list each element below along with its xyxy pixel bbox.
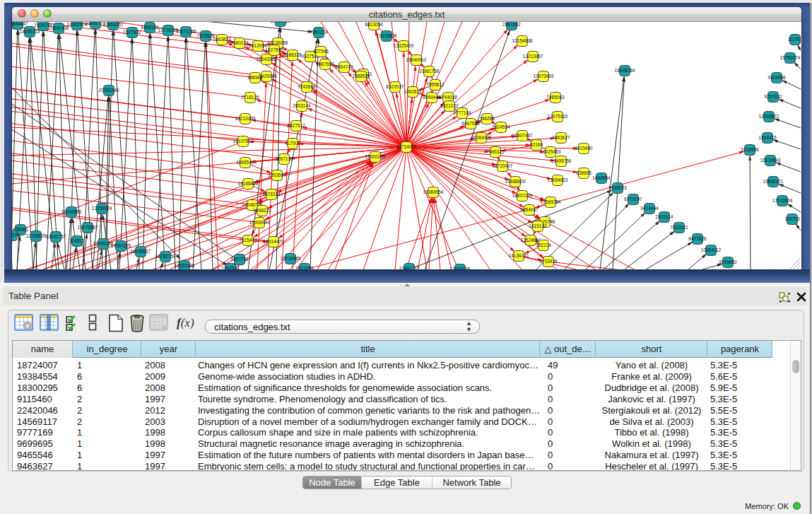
svg-text:7515526: 7515526 (196, 33, 215, 38)
svg-text:9660124: 9660124 (230, 40, 249, 45)
svg-text:8912954: 8912954 (249, 43, 267, 48)
svg-text:1588520: 1588520 (352, 74, 370, 78)
svg-text:5938923: 5938923 (608, 185, 627, 190)
svg-text:1498222: 1498222 (253, 208, 271, 213)
svg-text:7625402: 7625402 (239, 238, 257, 243)
svg-text:20364436: 20364436 (471, 135, 492, 140)
svg-text:746266: 746266 (479, 116, 495, 121)
svg-text:10807487: 10807487 (512, 133, 533, 138)
svg-text:1615132: 1615132 (529, 223, 547, 228)
svg-text:13654923: 13654923 (548, 177, 568, 182)
svg-text:2967608: 2967608 (316, 62, 334, 66)
svg-text:10688609: 10688609 (505, 179, 526, 184)
svg-text:10961758: 10961758 (419, 69, 440, 74)
svg-text:19166825: 19166825 (238, 181, 259, 186)
svg-text:16195817: 16195817 (131, 249, 151, 254)
svg-text:7663822: 7663822 (213, 37, 231, 42)
svg-text:9457791: 9457791 (230, 257, 249, 262)
svg-text:19302574: 19302574 (67, 22, 88, 27)
svg-text:1353594: 1353594 (268, 173, 286, 177)
svg-text:2718126: 2718126 (241, 95, 259, 100)
svg-text:1527602: 1527602 (123, 30, 141, 35)
svg-text:8878314: 8878314 (262, 192, 281, 197)
svg-text:8454749: 8454749 (335, 64, 353, 69)
svg-text:18724007: 18724007 (396, 144, 417, 149)
svg-text:9227342: 9227342 (764, 94, 782, 99)
svg-text:6466160: 6466160 (141, 25, 159, 30)
svg-text:15909944: 15909944 (249, 220, 270, 225)
svg-text:7357224: 7357224 (310, 30, 328, 35)
svg-text:17569284: 17569284 (541, 199, 561, 204)
svg-text:1627505: 1627505 (265, 47, 283, 52)
svg-text:3624554: 3624554 (492, 124, 510, 129)
svg-text:13975887: 13975887 (78, 225, 98, 230)
svg-text:988961: 988961 (247, 75, 263, 80)
svg-text:12213967: 12213967 (523, 54, 543, 59)
svg-text:9084067: 9084067 (520, 207, 539, 212)
svg-text:13495756: 13495756 (551, 158, 572, 163)
svg-text:111702: 111702 (788, 37, 801, 42)
svg-text:19218506: 19218506 (377, 33, 397, 38)
svg-text:9115460: 9115460 (575, 146, 593, 151)
svg-text:114513: 114513 (69, 238, 85, 243)
svg-text:16914479: 16914479 (264, 239, 284, 244)
svg-text:14136141: 14136141 (509, 253, 529, 258)
svg-text:9463627: 9463627 (552, 135, 570, 140)
svg-text:10671355: 10671355 (176, 29, 196, 34)
svg-text:62160: 62160 (530, 142, 543, 147)
svg-text:1640954: 1640954 (592, 175, 611, 180)
svg-text:116753: 116753 (784, 216, 800, 221)
svg-text:9777169: 9777169 (453, 110, 471, 115)
svg-text:14055715: 14055715 (20, 29, 40, 34)
svg-text:8427512: 8427512 (287, 123, 305, 128)
svg-text:15751074: 15751074 (780, 55, 801, 60)
svg-text:12093872: 12093872 (759, 114, 779, 119)
svg-text:16033809: 16033809 (271, 22, 291, 23)
svg-text:12156829: 12156829 (26, 233, 47, 238)
svg-text:252214: 252214 (536, 243, 551, 247)
svg-text:2887682: 2887682 (502, 22, 521, 27)
svg-text:1966549: 1966549 (236, 160, 254, 165)
svg-text:1244415: 1244415 (758, 135, 777, 140)
svg-text:17957225: 17957225 (111, 243, 131, 248)
svg-text:20984447: 20984447 (12, 22, 28, 26)
svg-text:639695: 639695 (576, 170, 592, 175)
svg-text:15716485: 15716485 (281, 256, 301, 261)
svg-text:12923446: 12923446 (175, 263, 195, 268)
svg-text:10973493: 10973493 (534, 74, 554, 78)
svg-text:12359924: 12359924 (92, 206, 112, 211)
svg-text:6497568: 6497568 (461, 121, 480, 126)
svg-text:13325419: 13325419 (394, 43, 414, 48)
svg-text:17016504: 17016504 (772, 198, 793, 203)
svg-text:9242848: 9242848 (298, 84, 316, 89)
svg-text:19384554: 19384554 (423, 189, 444, 194)
svg-text:18807249: 18807249 (512, 193, 533, 198)
svg-text:1362615: 1362615 (404, 89, 422, 94)
svg-text:16448784: 16448784 (615, 68, 635, 73)
svg-text:8322037: 8322037 (386, 84, 404, 89)
svg-text:6379197: 6379197 (624, 197, 642, 201)
svg-text:16640910: 16640910 (406, 57, 427, 62)
svg-text:417006: 417006 (285, 141, 300, 146)
svg-text:10853267: 10853267 (103, 22, 124, 27)
svg-text:927546: 927546 (313, 49, 329, 54)
svg-text:10654112: 10654112 (701, 247, 722, 252)
svg-text:9329966: 9329966 (767, 75, 786, 80)
svg-text:16210643: 16210643 (760, 158, 781, 163)
svg-text:20691406: 20691406 (49, 25, 69, 30)
svg-text:12213369: 12213369 (235, 116, 256, 121)
svg-text:16782759: 16782759 (155, 254, 176, 259)
svg-text:2803144: 2803144 (293, 103, 311, 108)
svg-text:7485063: 7485063 (546, 95, 565, 100)
svg-text:7955812: 7955812 (426, 82, 445, 87)
svg-text:18300295: 18300295 (365, 154, 386, 159)
svg-text:12975115: 12975115 (548, 114, 568, 119)
svg-text:6794028: 6794028 (439, 95, 457, 100)
svg-text:3215958: 3215958 (741, 147, 759, 152)
svg-text:8471626: 8471626 (688, 236, 707, 241)
svg-text:9245652: 9245652 (719, 259, 737, 264)
svg-text:7986322: 7986322 (486, 149, 505, 154)
svg-text:3267130: 3267130 (275, 156, 293, 161)
svg-text:15692971: 15692971 (763, 179, 784, 184)
svg-text:8813054: 8813054 (365, 22, 383, 27)
